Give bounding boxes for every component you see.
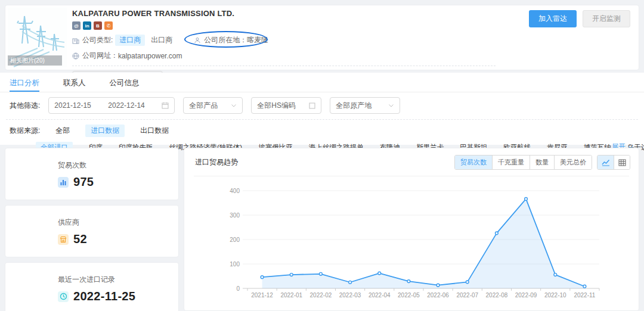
header-actions: 加入雷达 开启监测 <box>529 10 630 27</box>
line-chart-icon <box>602 159 610 166</box>
analysis-band: 进口分析 联系人 公司信息 其他筛选: 2021-12-15 2022-12-1… <box>0 73 644 145</box>
stat-card-suppliers: 供应商 52 <box>5 205 179 257</box>
company-type-row: 公司类型: 进口商 出口商 公司所在地： 喀麦隆 <box>72 34 496 46</box>
blog-icon[interactable]: B <box>94 21 102 30</box>
source-export-data[interactable]: 出口数据 <box>140 126 169 136</box>
toggle-usd-total[interactable]: 美元总价 <box>554 156 592 169</box>
phone-icon[interactable]: ✆ <box>104 21 113 30</box>
date-start-value: 2021-12-15 <box>54 101 91 110</box>
company-header-card: 相关图片(20) KALPATARU POWER TRANSMISSION LT… <box>5 5 639 70</box>
svg-text:2022-07: 2022-07 <box>456 292 478 298</box>
enable-monitoring-button[interactable]: 开启监测 <box>583 10 630 27</box>
svg-text:200: 200 <box>230 237 240 243</box>
stat-value: 975 <box>73 175 94 189</box>
trend-area-chart: 01002003004002021-122022-012022-022022-0… <box>188 178 634 309</box>
type-exporter-tag[interactable]: 出口商 <box>151 35 172 45</box>
clock-icon <box>58 291 69 302</box>
org-icon <box>194 37 201 44</box>
hs-code-select-value: 全部HS编码 <box>257 101 296 111</box>
website-label: 公司网址： <box>82 51 118 61</box>
stat-value: 52 <box>73 232 87 246</box>
building-icon <box>72 37 79 44</box>
company-image[interactable]: 相关图片(20) <box>8 8 67 67</box>
date-end-value: 2022-12-14 <box>108 101 144 110</box>
chevron-down-icon <box>388 102 394 108</box>
website-icon[interactable]: @ <box>72 21 80 30</box>
tab-contacts[interactable]: 联系人 <box>63 78 86 92</box>
svg-text:2022-09: 2022-09 <box>515 292 537 298</box>
chart-divider <box>194 176 629 176</box>
svg-text:2022-01: 2022-01 <box>280 292 302 298</box>
filter-label: 其他筛选: <box>10 101 40 111</box>
stat-label: 最近一次进口记录 <box>58 275 178 285</box>
location-value: 喀麦隆 <box>247 35 268 45</box>
related-images-label[interactable]: 相关图片(20) <box>8 55 62 66</box>
stat-card-last-import: 最近一次进口记录 2022-11-25 <box>5 262 179 311</box>
stat-card-trade-count: 贸易次数 975 <box>5 148 179 200</box>
table-icon <box>618 159 626 166</box>
source-import-data[interactable]: 进口数据 <box>85 125 125 137</box>
svg-text:2022-08: 2022-08 <box>486 292 508 298</box>
svg-text:2022-06: 2022-06 <box>427 292 449 298</box>
add-to-radar-button[interactable]: 加入雷达 <box>529 10 577 27</box>
line-chart-view-button[interactable] <box>597 156 614 169</box>
stat-value: 2022-11-25 <box>73 290 135 303</box>
type-importer-tag[interactable]: 进口商 <box>115 35 145 46</box>
shop-icon <box>58 234 69 245</box>
company-website-row: 公司网址： kalpatarupower.com <box>72 51 496 61</box>
chevron-down-icon <box>231 102 237 108</box>
import-trend-card: 进口贸易趋势 贸易次数 千克重量 数量 美元总价 010020030040020… <box>184 148 639 311</box>
stat-label: 贸易次数 <box>58 160 178 170</box>
svg-text:2022-03: 2022-03 <box>339 292 361 298</box>
svg-text:2022-10: 2022-10 <box>544 292 566 298</box>
tab-import-analysis[interactable]: 进口分析 <box>10 78 39 92</box>
data-source-label: 数据来源: <box>10 126 40 136</box>
main-tabs: 进口分析 联系人 公司信息 <box>0 73 644 92</box>
toggle-trade-count[interactable]: 贸易次数 <box>455 156 492 169</box>
panel-icon <box>309 102 315 109</box>
bar-chart-icon <box>58 177 69 188</box>
svg-text:2022-11: 2022-11 <box>574 292 595 298</box>
svg-text:100: 100 <box>230 261 240 268</box>
chart-controls: 贸易次数 千克重量 数量 美元总价 <box>454 155 630 170</box>
product-select[interactable]: 全部产品 <box>183 97 243 114</box>
hs-code-select[interactable]: 全部HS编码 <box>251 97 321 114</box>
calendar-icon <box>162 102 169 109</box>
company-type-label: 公司类型: <box>82 35 113 45</box>
svg-text:400: 400 <box>230 188 240 194</box>
product-select-value: 全部产品 <box>189 101 218 111</box>
toggle-kg-weight[interactable]: 千克重量 <box>492 156 530 169</box>
chart-title: 进口贸易趋势 <box>195 157 238 167</box>
table-view-button[interactable] <box>614 156 630 169</box>
header-divider <box>72 66 496 66</box>
svg-text:2022-04: 2022-04 <box>369 292 391 298</box>
company-name: KALPATARU POWER TRANSMISSION LTD. <box>72 9 496 18</box>
location-label: 公司所在地： <box>204 35 247 45</box>
company-location: 公司所在地： 喀麦隆 <box>188 34 274 46</box>
linkedin-icon[interactable]: in <box>83 21 91 30</box>
filter-row: 其他筛选: 2021-12-15 2022-12-14 全部产品 全部HS编码 … <box>10 97 644 114</box>
social-links: @ in B ✆ <box>72 21 496 30</box>
date-range-picker[interactable]: 2021-12-15 2022-12-14 <box>48 97 175 114</box>
data-source-row: 数据来源: 全部 进口数据 出口数据 <box>10 125 644 137</box>
source-all[interactable]: 全部 <box>55 126 70 136</box>
tab-company-info[interactable]: 公司信息 <box>110 78 140 92</box>
filter-divider <box>6 119 638 120</box>
svg-text:300: 300 <box>230 212 240 219</box>
svg-text:2021-12: 2021-12 <box>251 292 273 298</box>
website-value[interactable]: kalpatarupower.com <box>118 52 182 60</box>
view-toggle-group <box>597 155 630 170</box>
globe-icon <box>72 52 79 60</box>
origin-select[interactable]: 全部原产地 <box>330 97 400 114</box>
toggle-quantity[interactable]: 数量 <box>530 156 554 169</box>
stat-label: 供应商 <box>58 217 178 228</box>
svg-text:0: 0 <box>236 285 240 292</box>
origin-select-value: 全部原产地 <box>336 101 371 111</box>
svg-text:2022-02: 2022-02 <box>310 292 332 298</box>
metric-toggle-group: 贸易次数 千克重量 数量 美元总价 <box>454 155 592 170</box>
svg-text:2022-05: 2022-05 <box>398 292 420 298</box>
